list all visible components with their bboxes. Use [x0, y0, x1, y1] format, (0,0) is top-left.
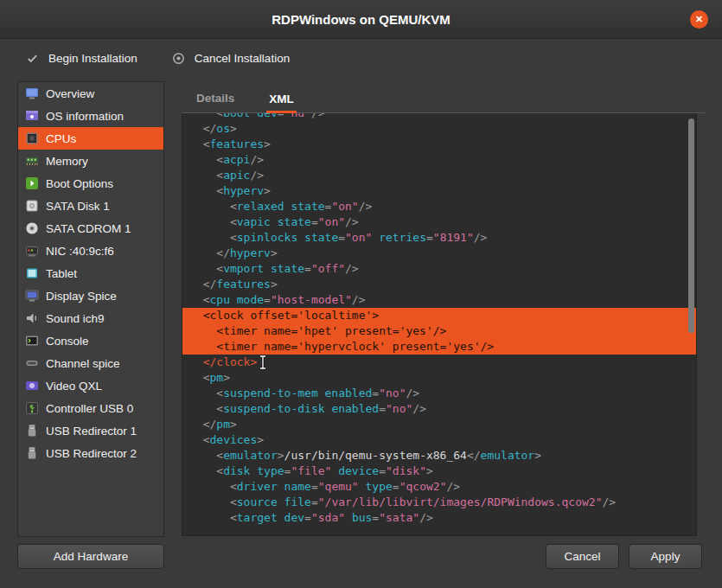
xml-editor[interactable]: <boot dev="hd"/> </os> <features> <acpi/…: [182, 113, 697, 536]
xml-highlighted-line: <timer name='hpet' present='yes'/>: [182, 323, 696, 339]
xml-code-line: <devices>: [182, 432, 696, 448]
sidebar-item-label: Controller USB 0: [46, 402, 133, 415]
xml-code-line: <source file="/var/lib/libvirt/images/RD…: [182, 495, 696, 510]
sidebar-item-overview[interactable]: Overview: [18, 82, 163, 105]
overview-icon: [25, 86, 39, 100]
scrollbar[interactable]: [687, 114, 695, 534]
apply-button[interactable]: Apply: [629, 544, 702, 569]
text-cursor-icon: [258, 355, 268, 370]
console-icon: [25, 334, 39, 348]
video-qxl-icon: [25, 379, 39, 393]
toolbar: Begin Installation Cancel Installation: [0, 39, 722, 77]
xml-code-line: <features>: [182, 137, 696, 152]
cancel-installation-label: Cancel Installation: [195, 52, 290, 65]
xml-code-line: <vmport state="off"/>: [182, 261, 696, 277]
xml-code-line: <disk type="file" device="disk">: [182, 463, 696, 479]
xml-code: <boot dev="hd"/> </os> <features> <acpi/…: [182, 113, 696, 526]
tablet-icon: [25, 266, 39, 280]
scrollbar-thumb[interactable]: [688, 118, 694, 333]
boot-options-icon: [25, 176, 39, 190]
sidebar-item-os-information[interactable]: OS information: [18, 105, 163, 127]
sidebar-item-nic-40-9c-f6[interactable]: NIC :40:9c:f6: [18, 240, 163, 262]
xml-code-line: </os>: [182, 121, 696, 137]
xml-code-line: <apic/>: [182, 168, 696, 183]
sidebar-item-memory[interactable]: Memory: [18, 150, 163, 172]
xml-code-line: <driver name="qemu" type="qcow2"/>: [182, 479, 696, 495]
sidebar-item-label: Memory: [46, 155, 88, 168]
usb-redirector-icon: [25, 424, 39, 438]
begin-installation-button[interactable]: Begin Installation: [26, 52, 137, 65]
xml-code-line: <vapic state="on"/>: [182, 214, 696, 230]
sidebar-item-label: Overview: [46, 87, 94, 100]
sidebar-item-channel-spice[interactable]: Channel spice: [18, 352, 163, 374]
sidebar-item-display-spice[interactable]: Display Spice: [18, 284, 163, 307]
sidebar-item-controller-usb-0[interactable]: Controller USB 0: [18, 397, 163, 419]
tab-details[interactable]: Details: [194, 92, 237, 112]
sidebar-item-label: Display Spice: [46, 290, 117, 303]
sidebar-item-label: Video QXL: [46, 380, 102, 393]
close-button[interactable]: ✕: [690, 10, 708, 29]
cancel-installation-button[interactable]: Cancel Installation: [172, 52, 290, 65]
sidebar-item-label: USB Redirector 2: [46, 447, 137, 460]
xml-code-line: <hyperv>: [182, 183, 696, 199]
xml-code-line: <spinlocks state="on" retries="8191"/>: [182, 230, 696, 246]
close-icon: ✕: [695, 14, 703, 25]
check-icon: [26, 52, 39, 65]
controller-usb-icon: [25, 401, 39, 415]
sidebar-item-label: SATA Disk 1: [46, 200, 110, 213]
sidebar-item-label: Tablet: [46, 267, 77, 280]
sidebar-item-label: Console: [46, 335, 89, 348]
begin-installation-label: Begin Installation: [48, 52, 137, 65]
xml-code-line: <cpu mode="host-model"/>: [182, 292, 696, 308]
sidebar-item-video-qxl[interactable]: Video QXL: [18, 374, 163, 397]
sidebar-item-sata-disk-1[interactable]: SATA Disk 1: [18, 195, 163, 217]
virt-manager-window: RDPWindows on QEMU/KVM ✕ Begin Installat…: [0, 0, 722, 588]
sidebar-item-label: SATA CDROM 1: [46, 222, 131, 235]
sidebar-item-label: Sound ich9: [46, 312, 105, 325]
sidebar-item-usb-redirector-2[interactable]: USB Redirector 2: [18, 442, 163, 464]
tab-bar: DetailsXML: [182, 84, 705, 113]
hardware-list: OverviewOS informationCPUsMemoryBoot Opt…: [17, 81, 164, 537]
sidebar-item-sound-ich9[interactable]: Sound ich9: [18, 307, 163, 329]
nic-icon: [25, 244, 39, 258]
xml-code-line: <relaxed state="on"/>: [182, 199, 696, 214]
sound-icon: [25, 311, 39, 325]
cancel-circle-icon: [172, 52, 185, 65]
titlebar: RDPWindows on QEMU/KVM ✕: [0, 0, 722, 39]
sidebar-item-tablet[interactable]: Tablet: [18, 262, 163, 284]
sidebar-item-sata-cdrom-1[interactable]: SATA CDROM 1: [18, 217, 163, 240]
sidebar-item-usb-redirector-1[interactable]: USB Redirector 1: [18, 419, 163, 442]
channel-spice-icon: [25, 356, 39, 370]
display-spice-icon: [25, 289, 39, 303]
add-hardware-button[interactable]: Add Hardware: [17, 544, 164, 569]
sidebar-item-label: Channel spice: [46, 357, 120, 370]
sidebar-item-label: CPUs: [46, 132, 76, 145]
xml-code-line: <suspend-to-disk enabled="no"/>: [182, 401, 696, 417]
xml-code-line: <boot dev="hd"/>: [182, 113, 696, 121]
sidebar-item-boot-options[interactable]: Boot Options: [18, 172, 163, 195]
sata-cdrom-icon: [25, 221, 39, 235]
sidebar-item-console[interactable]: Console: [18, 329, 163, 352]
sata-disk-icon: [25, 199, 39, 213]
cpus-icon: [25, 131, 39, 145]
cancel-button[interactable]: Cancel: [546, 544, 619, 569]
sidebar-item-label: Boot Options: [46, 177, 113, 190]
window-title: RDPWindows on QEMU/KVM: [272, 12, 450, 27]
xml-code-line: </pm>: [182, 417, 696, 432]
xml-code-line: <suspend-to-mem enabled="no"/>: [182, 386, 696, 401]
sidebar-item-label: NIC :40:9c:f6: [46, 245, 114, 258]
xml-code-line: <target dev="sda" bus="sata"/>: [182, 510, 696, 526]
xml-highlighted-line: <clock offset='localtime'>: [182, 308, 696, 323]
xml-code-line: </clock>: [182, 355, 696, 370]
sidebar-item-label: OS information: [46, 110, 124, 123]
os-information-icon: [25, 109, 39, 123]
xml-code-line: </features>: [182, 277, 696, 292]
xml-code-line: <acpi/>: [182, 152, 696, 168]
sidebar-item-cpus[interactable]: CPUs: [18, 127, 163, 150]
xml-code-line: <pm>: [182, 370, 696, 386]
memory-icon: [25, 154, 39, 168]
tab-xml[interactable]: XML: [266, 93, 297, 113]
sidebar-item-label: USB Redirector 1: [46, 425, 137, 438]
xml-code-line: </hyperv>: [182, 246, 696, 261]
usb-redirector-icon: [25, 446, 39, 460]
